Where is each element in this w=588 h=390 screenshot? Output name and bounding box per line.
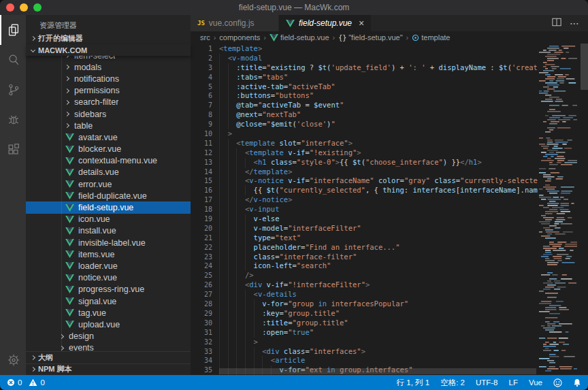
symbol-icon: [412, 34, 419, 42]
root-folder-section[interactable]: MACWK.COM: [26, 44, 191, 56]
tree-file-tag.vue[interactable]: tag.vue: [26, 307, 191, 319]
vue-icon: [270, 34, 278, 42]
code-line: 5:active-tab="activeTab": [191, 82, 538, 92]
minimap[interactable]: [538, 44, 580, 375]
chevron-right-icon: [59, 334, 64, 339]
tree-file-field-setup.vue[interactable]: field-setup.vue: [26, 201, 191, 213]
minimize-window-button[interactable]: [20, 3, 28, 12]
status-item[interactable]: 空格: 2: [440, 378, 465, 388]
breadcrumb-field-setup.vue[interactable]: {}"field-setup.vue": [338, 33, 402, 42]
notifications-bell-icon[interactable]: [573, 378, 581, 387]
code-line: 13<h1 class="style-0">{{ $t("choose_inte…: [191, 158, 538, 167]
vue-file-icon: [65, 321, 74, 328]
breadcrumb-template[interactable]: template: [412, 33, 450, 42]
chevron-right-icon: [65, 65, 69, 69]
search-icon[interactable]: [0, 45, 26, 75]
tree-folder-table[interactable]: table: [26, 120, 191, 131]
code-editor[interactable]: 1<template>2<v-modal3:title="existing ? …: [191, 44, 588, 375]
vue-file-icon: [65, 286, 74, 293]
tree-file-upload.vue[interactable]: upload.vue: [26, 319, 191, 330]
tree-folder-item-select[interactable]: item-select: [26, 56, 191, 61]
code-line: 6:buttons="buttons": [191, 91, 538, 101]
braces-icon: {}: [338, 34, 346, 42]
explorer-icon[interactable]: [0, 15, 26, 45]
tree-file-signal.vue[interactable]: signal.vue: [26, 295, 191, 307]
tab-vue.config.js[interactable]: JSvue.config.js: [191, 15, 279, 31]
code-line: 18<v-input: [191, 205, 538, 214]
warnings-indicator[interactable]: 0: [29, 378, 44, 387]
breadcrumb-src[interactable]: src: [200, 33, 210, 42]
tree-folder-search-filter[interactable]: search-filter: [26, 97, 191, 108]
vue-file-icon: [65, 262, 74, 270]
tree-file-progress-ring.vue[interactable]: progress-ring.vue: [26, 284, 191, 295]
close-icon[interactable]: ×: [359, 18, 364, 28]
code-line: 23class="interface-filter": [191, 253, 538, 262]
tab-field-setup.vue[interactable]: field-setup.vue×: [279, 15, 372, 31]
activity-bar-spacer: [0, 165, 26, 345]
tree-file-icon.vue[interactable]: icon.vue: [26, 214, 191, 225]
code-line: 4:tabs="tabs": [191, 73, 538, 82]
split-editor-icon[interactable]: [552, 17, 561, 29]
tree-folder-design[interactable]: design: [26, 331, 191, 342]
errors-indicator[interactable]: 0: [7, 378, 22, 387]
code-line: 7@tab="activeTab = $event": [191, 101, 538, 110]
chevron-down-icon: [31, 48, 35, 52]
tree-file-install.vue[interactable]: install.vue: [26, 225, 191, 237]
traffic-lights: [6, 3, 42, 12]
tree-file-field-duplicate.vue[interactable]: field-duplicate.vue: [26, 190, 191, 201]
more-actions-icon[interactable]: ⋯: [570, 18, 580, 29]
tree-file-error.vue[interactable]: error.vue: [26, 178, 191, 190]
sidebar-explorer: 资源管理器 打开的编辑器 MACWK.COM item-selectmodals…: [26, 15, 191, 375]
code-line: 28v-for="group in interfacesPopular": [191, 299, 538, 309]
code-line: 1<template>: [191, 44, 538, 54]
file-tree[interactable]: item-selectmodalsnotificationspermission…: [26, 56, 191, 351]
tree-folder-events[interactable]: events: [26, 342, 191, 351]
vue-file-icon: [65, 216, 74, 223]
chevron-right-icon: [65, 100, 69, 105]
tree-file-notice.vue[interactable]: notice.vue: [26, 272, 191, 284]
code-line: 26<div v-if="!interfaceFilter">: [191, 280, 538, 290]
npm-scripts-section[interactable]: NPM 脚本: [26, 363, 191, 376]
sidebar-title: 资源管理器: [26, 15, 191, 33]
tree-file-invisible-label.vue[interactable]: invisible-label.vue: [26, 237, 191, 248]
tree-folder-permissions[interactable]: permissions: [26, 85, 191, 97]
tree-file-avatar.vue[interactable]: avatar.vue: [26, 131, 191, 143]
tree-file-blocker.vue[interactable]: blocker.vue: [26, 144, 191, 155]
vertical-scrollbar[interactable]: [581, 44, 588, 90]
tree-file-contextual-menu.vue[interactable]: contextual-menu.vue: [26, 155, 191, 167]
breadcrumb-components[interactable]: components: [219, 33, 260, 42]
status-item[interactable]: LF: [509, 378, 518, 387]
tab-bar-tabs: JSvue.config.jsfield-setup.vue×: [191, 15, 372, 31]
feedback-smiley-icon[interactable]: [553, 378, 562, 387]
tree-file-details.vue[interactable]: details.vue: [26, 167, 191, 178]
code-line: 24icon-left="search": [191, 261, 538, 271]
vue-file-icon: [65, 146, 74, 153]
settings-gear-icon[interactable]: [0, 345, 26, 375]
outline-section[interactable]: 大纲: [26, 351, 191, 363]
zoom-window-button[interactable]: [33, 3, 42, 12]
debug-icon[interactable]: [0, 105, 26, 135]
status-bar: 0 0 行 1, 列 1空格: 2UTF-8LFVue: [0, 375, 588, 390]
breadcrumb-separator: ›: [214, 33, 216, 42]
tree-folder-modals[interactable]: modals: [26, 61, 191, 73]
status-item[interactable]: UTF-8: [476, 378, 498, 387]
status-item[interactable]: 行 1, 列 1: [397, 378, 430, 388]
open-editors-section[interactable]: 打开的编辑器: [26, 33, 191, 44]
vue-file-icon: [65, 192, 74, 199]
breadcrumb-field-setup.vue[interactable]: field-setup.vue: [270, 33, 329, 42]
code-line: 34<article: [191, 356, 538, 365]
code-line: 19v-else: [191, 214, 538, 224]
tree-file-loader.vue[interactable]: loader.vue: [26, 260, 191, 272]
chevron-right-icon: [59, 346, 64, 351]
vue-file-icon: [65, 297, 74, 305]
breadcrumbs: src›components›field-setup.vue›{}"field-…: [191, 31, 588, 44]
tree-folder-notifications[interactable]: notifications: [26, 73, 191, 84]
close-window-button[interactable]: [6, 3, 14, 12]
horizontal-scrollbar[interactable]: [219, 368, 536, 374]
source-control-icon[interactable]: [0, 75, 26, 105]
tree-folder-sidebars[interactable]: sidebars: [26, 108, 191, 120]
status-item[interactable]: Vue: [529, 378, 542, 387]
tree-file-items.vue[interactable]: items.vue: [26, 248, 191, 260]
chevron-right-icon: [65, 88, 69, 93]
extensions-icon[interactable]: [0, 135, 26, 165]
